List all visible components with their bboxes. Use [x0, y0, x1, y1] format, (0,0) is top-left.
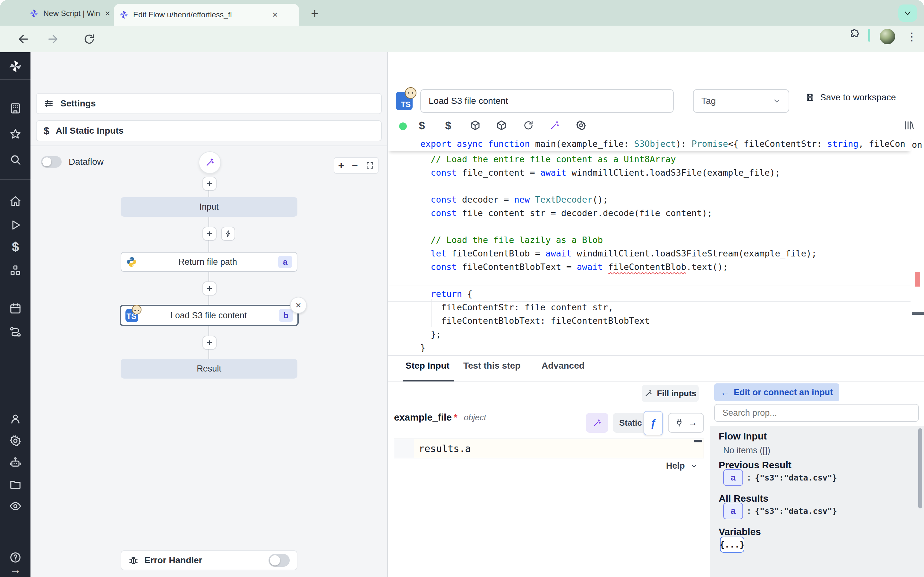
dataflow-toggle-row[interactable]: Dataflow: [41, 156, 103, 168]
sidebar-item-favorites[interactable]: [9, 128, 21, 140]
tab-test-this-step[interactable]: Test this step: [463, 361, 520, 371]
reset-button[interactable]: [521, 118, 536, 133]
flow-node-b-selected[interactable]: TS Load S3 file content b: [120, 305, 299, 326]
minimap-slider[interactable]: [912, 312, 924, 315]
back-button[interactable]: [15, 31, 32, 47]
forward-arrow-icon: [46, 33, 59, 45]
edit-or-connect-button[interactable]: ← Edit or connect an input: [714, 384, 839, 401]
tab-close-icon[interactable]: ×: [272, 10, 278, 20]
editor-settings-button[interactable]: [573, 118, 588, 133]
box-icon: [469, 119, 481, 131]
sidebar-item-workspace[interactable]: [9, 102, 21, 114]
required-mark: *: [454, 412, 457, 423]
flow-node-a[interactable]: Return file path a: [121, 252, 297, 272]
sidebar-item-schedules[interactable]: [9, 302, 21, 314]
new-tab-button[interactable]: +: [306, 5, 323, 22]
sidebar-item-workers[interactable]: [9, 456, 21, 469]
puzzle-icon: [849, 28, 861, 40]
sidebar-item-help[interactable]: [9, 551, 21, 564]
help-toggle[interactable]: Help: [666, 461, 698, 471]
flow-node-input[interactable]: Input: [121, 197, 297, 217]
save-to-workspace-button[interactable]: Save to workspace: [805, 92, 896, 103]
flow-settings-row[interactable]: Settings: [36, 93, 382, 114]
sidebar-item-resources[interactable]: [9, 264, 21, 277]
error-marker: [915, 272, 920, 287]
divider: [0, 179, 31, 180]
browser-menu-button[interactable]: ⋮: [905, 29, 919, 44]
refresh-icon: [523, 120, 534, 131]
error-handler-row[interactable]: Error Handler: [121, 550, 297, 570]
tag-select[interactable]: Tag: [693, 89, 789, 113]
tab-close-icon[interactable]: ×: [105, 8, 110, 19]
step-title-input[interactable]: [420, 89, 674, 113]
result-badge[interactable]: a: [723, 503, 743, 519]
all-results-row[interactable]: a : {"s3":"data.csv"}: [723, 503, 837, 519]
zoom-in-button[interactable]: +: [338, 160, 344, 171]
add-trigger-button[interactable]: [221, 227, 235, 241]
code-overflow-text: on: [912, 138, 922, 152]
previous-result-row[interactable]: a : {"s3":"data.csv"}: [723, 469, 837, 486]
package-2-button[interactable]: [494, 118, 509, 133]
tab-search-button[interactable]: [898, 5, 917, 22]
tab-title: Edit Flow u/henri/effortless_fl: [133, 10, 268, 19]
plug-icon: [675, 418, 684, 427]
variables-badge[interactable]: {...}: [720, 537, 744, 553]
add-step-button[interactable]: +: [202, 227, 216, 241]
assets-button[interactable]: $: [415, 117, 429, 134]
ai-assistant-button[interactable]: [548, 118, 562, 133]
sidebar-item-runs[interactable]: [9, 219, 21, 231]
connect-input-button[interactable]: →: [668, 413, 704, 433]
editor-gutter: [394, 439, 414, 458]
add-step-button[interactable]: +: [202, 335, 216, 350]
flow-node-result[interactable]: Result: [121, 359, 297, 379]
arg-type: object: [464, 413, 486, 422]
profile-avatar[interactable]: [880, 29, 895, 44]
ai-flow-button[interactable]: [199, 151, 221, 174]
library-button[interactable]: [901, 118, 916, 133]
sidebar-item-home[interactable]: [9, 195, 21, 207]
screenshot-root: { "colors": { "brand_indigo": "#4f46e5",…: [0, 0, 924, 577]
save-icon: [805, 93, 815, 102]
javascript-expression-toggle[interactable]: ƒ: [644, 411, 663, 435]
tab-step-input[interactable]: Step Input: [405, 361, 449, 371]
sidebar-item-flows[interactable]: [9, 326, 21, 338]
add-step-button[interactable]: +: [202, 177, 216, 191]
code-editor[interactable]: on // Load the entire file_content as a …: [388, 136, 924, 355]
sidebar-item-search[interactable]: [9, 153, 21, 166]
fit-view-button[interactable]: [366, 161, 374, 169]
delete-step-button[interactable]: ×: [290, 297, 307, 314]
sidebar-item-variables[interactable]: $: [9, 241, 21, 253]
windmill-logo-icon[interactable]: [8, 59, 23, 73]
browser-tab-new-script[interactable]: New Script | Windmill ×: [24, 4, 124, 23]
scrollbar-thumb[interactable]: [918, 428, 922, 508]
reload-button[interactable]: [81, 31, 97, 47]
sidebar-item-audit-logs[interactable]: [9, 500, 21, 512]
variables-button[interactable]: $: [441, 117, 456, 134]
flow-edge: [208, 272, 209, 282]
sidebar-item-settings[interactable]: [9, 435, 21, 447]
result-badge[interactable]: a: [723, 469, 743, 486]
sidebar-item-users[interactable]: [9, 413, 21, 425]
error-handler-toggle[interactable]: [268, 554, 290, 567]
add-step-button[interactable]: +: [202, 282, 216, 295]
zoom-out-button[interactable]: −: [352, 160, 358, 171]
sidebar-expand-icon[interactable]: →: [9, 564, 21, 576]
search-prop-input[interactable]: [714, 404, 919, 422]
code-sticky-line: export async function main(example_file:…: [388, 137, 911, 151]
arg-ai-button[interactable]: [586, 413, 608, 433]
sliders-icon: [44, 98, 54, 109]
flow-edge: [208, 326, 209, 335]
package-button[interactable]: [468, 118, 483, 133]
forward-button[interactable]: [44, 31, 61, 47]
bun-ts-icon: TS: [396, 92, 413, 110]
dataflow-toggle[interactable]: [41, 156, 61, 168]
browser-tab-edit-flow[interactable]: Edit Flow u/henri/effortless_fl ×: [114, 4, 299, 26]
all-static-inputs-row[interactable]: $ All Static Inputs: [36, 120, 382, 141]
box-icon: [496, 119, 507, 131]
tab-advanced[interactable]: Advanced: [541, 361, 585, 371]
extensions-button[interactable]: [848, 27, 862, 41]
sidebar-item-folders[interactable]: [9, 478, 21, 490]
fill-inputs-button[interactable]: Fill inputs: [642, 385, 699, 402]
expression-editor[interactable]: results.a: [394, 438, 704, 458]
windmill-favicon: [119, 10, 129, 19]
